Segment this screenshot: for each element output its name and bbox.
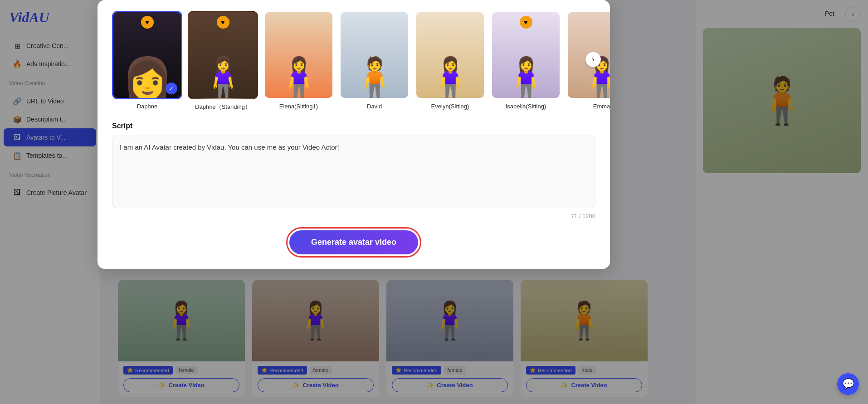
daphne-standing-badge: ♥ bbox=[217, 16, 229, 29]
avatar-item-daphne-standing: 🧍‍♀️ ♥ Daphne（Standing） bbox=[188, 11, 258, 111]
daphne-badge: ♥ bbox=[141, 16, 154, 29]
avatar-row: 👩 ♥ ✓ Daphne 🧍‍♀️ ♥ Daphne（Standing） 🧍‍♀… bbox=[112, 11, 595, 111]
script-char-count: 71 / 1200 bbox=[112, 213, 595, 219]
avatar-item-david: 🧍 David bbox=[339, 11, 410, 110]
evelyn-emoji: 🧍‍♀️ bbox=[425, 55, 476, 99]
avatar-scroll-right-button[interactable]: › bbox=[585, 52, 601, 67]
avatar-thumb-daphne[interactable]: 👩 ♥ ✓ bbox=[112, 11, 182, 99]
chat-bubble-button[interactable]: 💬 bbox=[837, 373, 859, 395]
daphne-standing-emoji: 🧍‍♀️ bbox=[198, 55, 249, 99]
evelyn-figure: 🧍‍♀️ bbox=[416, 12, 484, 98]
daphne-standing-name: Daphne（Standing） bbox=[195, 103, 251, 111]
avatar-thumb-evelyn[interactable]: 🧍‍♀️ bbox=[415, 11, 485, 99]
script-textarea[interactable] bbox=[112, 136, 595, 208]
evelyn-name: Evelyn(Sitting) bbox=[431, 103, 469, 110]
script-label: Script bbox=[112, 122, 595, 130]
avatar-thumb-elena[interactable]: 🧍‍♀️ bbox=[263, 11, 334, 99]
generate-btn-wrapper: Generate avatar video bbox=[112, 230, 595, 254]
david-name: David bbox=[367, 103, 382, 110]
avatar-item-isabella: 🧍‍♀️ ♥ Isabella(Sitting) bbox=[491, 11, 561, 110]
chat-icon: 💬 bbox=[842, 378, 854, 390]
daphne-name: Daphne bbox=[137, 103, 158, 110]
avatar-thumb-daphne-standing[interactable]: 🧍‍♀️ ♥ bbox=[188, 11, 258, 99]
daphne-check: ✓ bbox=[166, 83, 177, 94]
avatar-item-elena: 🧍‍♀️ Elena(Sitting1) bbox=[263, 11, 334, 110]
david-figure: 🧍 bbox=[341, 12, 408, 98]
elena-name: Elena(Sitting1) bbox=[279, 103, 318, 110]
daphne-emoji: 👩 bbox=[122, 55, 173, 98]
emma-name: Emma bbox=[593, 103, 610, 110]
isabella-emoji: 🧍‍♀️ bbox=[501, 55, 551, 99]
generate-avatar-video-button[interactable]: Generate avatar video bbox=[289, 230, 418, 254]
modal: 👩 ♥ ✓ Daphne 🧍‍♀️ ♥ Daphne（Standing） 🧍‍♀… bbox=[98, 0, 610, 269]
avatar-thumb-david[interactable]: 🧍 bbox=[339, 11, 410, 99]
isabella-name: Isabella(Sitting) bbox=[506, 103, 546, 110]
avatar-item-daphne: 👩 ♥ ✓ Daphne bbox=[112, 11, 182, 110]
david-emoji: 🧍 bbox=[349, 55, 400, 99]
avatar-thumb-isabella[interactable]: 🧍‍♀️ ♥ bbox=[491, 11, 561, 99]
isabella-badge: ♥ bbox=[520, 16, 532, 29]
script-section: Script 71 / 1200 bbox=[112, 122, 595, 219]
elena-figure: 🧍‍♀️ bbox=[265, 12, 332, 98]
elena-emoji: 🧍‍♀️ bbox=[273, 55, 324, 99]
avatar-item-evelyn: 🧍‍♀️ Evelyn(Sitting) bbox=[415, 11, 485, 110]
